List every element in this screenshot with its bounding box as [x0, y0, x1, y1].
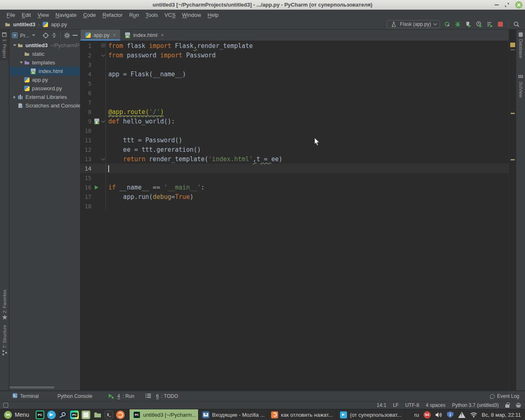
tool-window-button-6-todo[interactable]: 6: TODO [140, 391, 184, 401]
close-button[interactable] [515, 1, 523, 9]
code-line-2[interactable]: 2from password import Password [80, 50, 509, 60]
taskbar-window-3[interactable]: (от суперпользоват... [336, 409, 405, 420]
code-line-18[interactable]: 18 [80, 201, 509, 211]
code-area[interactable]: 1from flask import Flask,render_template… [80, 41, 509, 390]
menu-item-navigate[interactable]: Navigate [52, 11, 80, 19]
code-line-9[interactable]: 9Hdef hello_world(): [80, 116, 509, 126]
menu-item-help[interactable]: Help [204, 11, 222, 19]
menu-item-refactor[interactable]: Refactor [99, 11, 126, 19]
python-interpreter[interactable]: Python 3.7 (untitled3) [452, 402, 499, 408]
hide-panel-icon[interactable] [73, 34, 78, 36]
tool-window-structure-button[interactable]: 7: Structure [0, 322, 9, 358]
gutter[interactable]: 11 [80, 135, 106, 145]
search-everywhere-icon[interactable] [513, 21, 520, 28]
breadcrumb-file[interactable]: app.py [51, 21, 67, 27]
tree-item-untitled3[interactable]: untitled3~/PycharmP [9, 41, 80, 50]
gutter[interactable]: 2 [80, 50, 106, 60]
scrollbar-thumb[interactable] [511, 49, 515, 50]
highlighting-level-icon[interactable] [516, 403, 521, 408]
tab-app-py[interactable]: app.py× [80, 30, 120, 41]
tab-close-icon[interactable]: × [161, 32, 164, 38]
tool-window-favorites-button[interactable]: 2: Favorites [0, 287, 9, 322]
gutter[interactable]: 10 [80, 126, 106, 135]
gutter[interactable]: 8 [80, 107, 106, 116]
code-line-4[interactable]: 4app = Flask(__name__) [80, 69, 509, 79]
code-line-12[interactable]: 12 ee = ttt.gereration() [80, 145, 509, 154]
taskbar-window-0[interactable]: PCuntitled3 [~/Pycharm... [130, 409, 199, 420]
code-line-3[interactable]: 3 [80, 60, 509, 69]
breadcrumb-project[interactable]: untitled3 [13, 21, 35, 27]
taskbar-window-1[interactable]: Входящие - Mozilla ... [199, 409, 267, 420]
tree-item-index-html[interactable]: Hindex.html [9, 67, 80, 75]
code-line-10[interactable]: 10 [80, 126, 509, 135]
gutter[interactable]: 18 [80, 201, 106, 211]
folder-launcher-icon[interactable] [93, 411, 102, 419]
code-line-17[interactable]: 17 app.run(debug=True) [80, 192, 509, 201]
indent-setting[interactable]: 4 spaces [426, 402, 445, 408]
tab-close-icon[interactable]: × [113, 32, 116, 38]
tool-window-database-button[interactable]: Database [516, 30, 525, 61]
code-line-1[interactable]: 1from flask import Flask,render_template [80, 41, 509, 50]
locate-file-icon[interactable] [43, 32, 49, 39]
menu-item-view[interactable]: View [34, 11, 52, 19]
code-line-14[interactable]: 14 [80, 164, 509, 173]
chevron-down-icon[interactable] [32, 34, 35, 37]
rerun-button[interactable] [443, 21, 451, 28]
menu-item-run[interactable]: Run [126, 11, 142, 19]
profiler-button[interactable] [475, 21, 483, 28]
tool-window-project-button[interactable]: 1: Project [0, 30, 9, 60]
run-configuration-select[interactable]: Flask (app.py) [387, 20, 440, 28]
tool-window-quick-access-icon[interactable] [3, 403, 8, 408]
tree-item-app-py[interactable]: app.py [9, 75, 80, 84]
pycharm-community-launcher-icon[interactable]: PC [70, 411, 79, 419]
run-with-coverage-button[interactable] [465, 21, 472, 28]
project-panel-hscrollbar[interactable] [9, 386, 55, 388]
menu-item-edit[interactable]: Edit [18, 11, 34, 19]
menu-item-file[interactable]: File [3, 11, 18, 19]
tree-item-static[interactable]: static [9, 50, 80, 58]
tree-item-external-libraries[interactable]: External Libraries [9, 93, 80, 101]
expander-open-icon[interactable] [13, 43, 17, 48]
fold-marker-icon[interactable] [100, 119, 105, 123]
menu-item-vcs[interactable]: VCS [161, 11, 179, 19]
gutter[interactable]: 5 [80, 79, 106, 88]
tool-window-button-4-run[interactable]: 4: Run [103, 391, 140, 401]
gutter[interactable]: 17 [80, 192, 106, 201]
concurrency-diagram-button[interactable] [486, 21, 493, 28]
code-line-7[interactable]: 7 [80, 98, 509, 107]
gutter[interactable]: 4 [80, 69, 106, 79]
menu-item-code[interactable]: Code [80, 11, 99, 19]
steam-launcher-icon[interactable] [59, 411, 67, 419]
tab-index-html[interactable]: Hindex.html× [120, 30, 168, 41]
code-line-16[interactable]: 16if __name__ == '__main__': [80, 183, 509, 192]
tree-item-scratches-and-consoles[interactable]: Scratches and Consoles [9, 101, 80, 110]
gutter[interactable]: 1 [80, 41, 106, 50]
wifi-icon[interactable] [470, 412, 477, 418]
expander-closed-icon[interactable] [13, 95, 17, 99]
tool-window-sciview-button[interactable]: SciView [516, 72, 525, 100]
caret-position[interactable]: 14:1 [377, 402, 386, 408]
tool-window-button-terminal[interactable]: Terminal [7, 391, 49, 401]
debug-button[interactable] [454, 21, 461, 28]
taskbar-window-2[interactable]: как отловить нажат... [267, 409, 336, 420]
keyboard-layout-indicator[interactable]: ru [414, 412, 419, 418]
code-line-6[interactable]: 6 [80, 88, 509, 98]
code-line-5[interactable]: 5 [80, 79, 509, 88]
warning-tray-icon[interactable] [458, 412, 466, 418]
line-ending[interactable]: LF [393, 402, 399, 408]
gear-icon[interactable] [64, 32, 70, 39]
collapse-all-icon[interactable] [51, 32, 57, 38]
tool-window-button-python-console[interactable]: Python Console [49, 391, 103, 401]
pycharm-launcher-icon[interactable]: PC [36, 411, 44, 419]
stop-button[interactable] [497, 21, 504, 28]
gutter[interactable]: 9H [80, 116, 106, 126]
run-gutter-icon[interactable] [93, 184, 100, 191]
gutter[interactable]: 15 [80, 173, 106, 183]
clock[interactable]: Вс, 8 мар, 22:11 [482, 412, 521, 418]
gutter[interactable]: 6 [80, 88, 106, 98]
code-line-8[interactable]: 8@app.route('/') [80, 107, 509, 116]
gutter[interactable]: 14 [80, 164, 106, 173]
mint-menu-button[interactable]: lm Menu [0, 409, 33, 420]
update-manager-icon[interactable]: i [447, 411, 454, 418]
gutter[interactable]: 7 [80, 98, 106, 107]
